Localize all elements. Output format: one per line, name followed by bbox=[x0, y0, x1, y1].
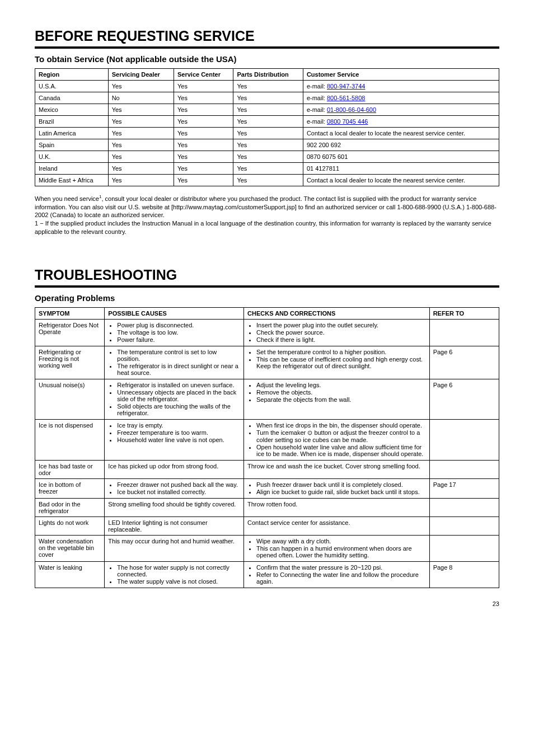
cell-checks: When first ice drops in the bin, the dis… bbox=[244, 419, 430, 460]
cell-causes: Strong smelling food should be tightly c… bbox=[105, 498, 244, 516]
divider bbox=[35, 46, 499, 49]
cell-dealer: Yes bbox=[108, 116, 174, 128]
list-item: This can be cause of inefficient cooling… bbox=[256, 356, 426, 369]
cell-symptom: Bad odor in the refrigerator bbox=[35, 498, 105, 516]
cell-symptom: Unusual noise(s) bbox=[35, 379, 105, 419]
cell-parts: Yes bbox=[233, 163, 303, 175]
list-item: The water supply valve is not closed. bbox=[117, 578, 240, 585]
page-number: 23 bbox=[35, 600, 499, 607]
customer-service-link[interactable]: 800-561-5808 bbox=[327, 95, 366, 101]
cell-region: Spain bbox=[35, 139, 109, 151]
cell-parts: Yes bbox=[233, 175, 303, 186]
list-item: Freezer drawer not pushed back all the w… bbox=[117, 481, 240, 488]
customer-service-link[interactable]: 01-800-66-04-600 bbox=[327, 106, 376, 113]
cell-center: Yes bbox=[174, 104, 233, 116]
list-item: The hose for water supply is not correct… bbox=[117, 564, 240, 577]
list-item: The temperature control is set to low po… bbox=[117, 349, 240, 362]
cell-checks: Throw rotten food. bbox=[244, 498, 430, 516]
table-row: BrazilYesYesYese-mail: 0800 7045 446 bbox=[35, 116, 499, 128]
cell-checks: Adjust the leveling legs.Remove the obje… bbox=[244, 379, 430, 419]
table-row: MexicoYesYesYese-mail: 01-800-66-04-600 bbox=[35, 104, 499, 116]
table-row: Unusual noise(s)Refrigerator is installe… bbox=[35, 379, 499, 419]
cell-dealer: Yes bbox=[108, 139, 174, 151]
list-item: Solid objects are touching the walls of … bbox=[117, 403, 240, 416]
cell-parts: Yes bbox=[233, 104, 303, 116]
table-row: Bad odor in the refrigeratorStrong smell… bbox=[35, 498, 499, 516]
table-row: Water is leakingThe hose for water suppl… bbox=[35, 561, 499, 588]
table-row: Ice is not dispensedIce tray is empty.Fr… bbox=[35, 419, 499, 460]
table-row: SpainYesYesYes902 200 692 bbox=[35, 139, 499, 151]
cell-causes: The temperature control is set to low po… bbox=[105, 346, 244, 379]
customer-service-link[interactable]: 800-947-3744 bbox=[327, 83, 366, 90]
service-note: When you need service1, consult your loc… bbox=[35, 194, 499, 236]
table-row: Lights do not workLED Interior lighting … bbox=[35, 516, 499, 535]
cell-dealer: Yes bbox=[108, 81, 174, 92]
cell-ref: Page 6 bbox=[429, 379, 499, 419]
list-item: Ice bucket not installed correctly. bbox=[117, 489, 240, 495]
cell-ref bbox=[429, 319, 499, 346]
cell-region: Canada bbox=[35, 92, 109, 104]
cell-checks: Contact service center for assistance. bbox=[244, 516, 430, 535]
troubleshooting-table: SYMPTOM POSSIBLE CAUSES CHECKS AND CORRE… bbox=[35, 307, 499, 588]
cell-customer: e-mail: 800-947-3744 bbox=[303, 81, 499, 92]
list-item: Check if there is light. bbox=[256, 336, 426, 343]
cell-center: Yes bbox=[174, 139, 233, 151]
section2-title: TROUBLESHOOTING bbox=[35, 267, 499, 283]
list-item: Freezer temperature is too warm. bbox=[117, 429, 240, 436]
table-row: Ice has bad taste or odorIce has picked … bbox=[35, 460, 499, 478]
cell-customer: 0870 6075 601 bbox=[303, 151, 499, 163]
section2-subtitle: Operating Problems bbox=[35, 293, 499, 303]
list-item: Align ice bucket to guide rail, slide bu… bbox=[256, 489, 426, 495]
cell-symptom: Water condensation on the vegetable bin … bbox=[35, 535, 105, 561]
cell-symptom: Lights do not work bbox=[35, 516, 105, 535]
cell-parts: Yes bbox=[233, 92, 303, 104]
cell-center: Yes bbox=[174, 128, 233, 139]
list-item: The voltage is too low. bbox=[117, 329, 240, 336]
list-item: Power failure. bbox=[117, 336, 240, 343]
list-item: Push freezer drawer back until it is com… bbox=[256, 481, 426, 488]
cell-customer: e-mail: 0800 7045 446 bbox=[303, 116, 499, 128]
list-item: This can happen in a humid environment w… bbox=[256, 545, 426, 558]
list-item: When first ice drops in the bin, the dis… bbox=[256, 422, 426, 429]
list-item: The refrigerator is in direct sunlight o… bbox=[117, 363, 240, 376]
table-row: Refrigerating or Freezing is not working… bbox=[35, 346, 499, 379]
cell-symptom: Ice in bottom of freezer bbox=[35, 478, 105, 498]
cell-customer: e-mail: 01-800-66-04-600 bbox=[303, 104, 499, 116]
col-customer: Customer Service bbox=[303, 69, 499, 81]
cell-causes: Refrigerator is installed on uneven surf… bbox=[105, 379, 244, 419]
cell-dealer: No bbox=[108, 92, 174, 104]
cell-parts: Yes bbox=[233, 81, 303, 92]
list-item: Unnecessary objects are placed in the ba… bbox=[117, 389, 240, 402]
list-item: Household water line valve is not open. bbox=[117, 436, 240, 443]
table-row: U.K.YesYesYes0870 6075 601 bbox=[35, 151, 499, 163]
cell-symptom: Water is leaking bbox=[35, 561, 105, 588]
col-center: Service Center bbox=[174, 69, 233, 81]
cell-customer: 01 4127811 bbox=[303, 163, 499, 175]
list-item: Separate the objects from the wall. bbox=[256, 396, 426, 403]
cell-region: Ireland bbox=[35, 163, 109, 175]
table-row: Middle East + AfricaYesYesYesContact a l… bbox=[35, 175, 499, 186]
cell-parts: Yes bbox=[233, 116, 303, 128]
list-item: Wipe away with a dry cloth. bbox=[256, 538, 426, 544]
cell-ref bbox=[429, 419, 499, 460]
cell-checks: Confirm that the water pressure is 20~12… bbox=[244, 561, 430, 588]
col-parts: Parts Distribution bbox=[233, 69, 303, 81]
cell-parts: Yes bbox=[233, 128, 303, 139]
cell-ref bbox=[429, 498, 499, 516]
list-item: Refrigerator is installed on uneven surf… bbox=[117, 382, 240, 388]
customer-service-link[interactable]: 0800 7045 446 bbox=[327, 118, 368, 125]
cell-center: Yes bbox=[174, 163, 233, 175]
list-item: Insert the power plug into the outlet se… bbox=[256, 322, 426, 328]
cell-region: U.K. bbox=[35, 151, 109, 163]
divider bbox=[35, 285, 499, 288]
cell-symptom: Ice has bad taste or odor bbox=[35, 460, 105, 478]
cell-dealer: Yes bbox=[108, 151, 174, 163]
cell-region: U.S.A. bbox=[35, 81, 109, 92]
section1-title: BEFORE REQUESTING SERVICE bbox=[35, 28, 499, 44]
cell-checks: Push freezer drawer back until it is com… bbox=[244, 478, 430, 498]
cell-region: Brazil bbox=[35, 116, 109, 128]
cell-customer: Contact a local dealer to locate the nea… bbox=[303, 175, 499, 186]
cell-center: Yes bbox=[174, 175, 233, 186]
col-region: Region bbox=[35, 69, 109, 81]
table-row: Latin AmericaYesYesYesContact a local de… bbox=[35, 128, 499, 139]
